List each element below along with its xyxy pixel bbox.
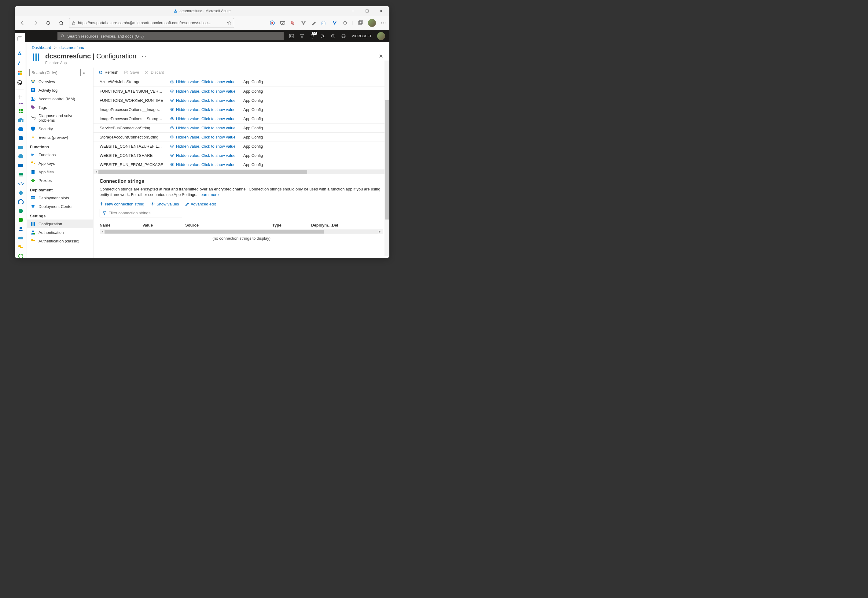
- favorite-star-icon[interactable]: [227, 21, 231, 25]
- show-values-button[interactable]: Show values: [151, 202, 179, 206]
- help-icon[interactable]: ?: [331, 34, 336, 39]
- appsetting-row[interactable]: FUNCTIONS_EXTENSION_VERSIONHidden value.…: [94, 87, 389, 96]
- menu-item-configuration[interactable]: Configuration: [27, 220, 93, 228]
- appsetting-row[interactable]: WEBSITE_CONTENTAZUREFILECONNECTIONSHidde…: [94, 142, 389, 151]
- fav-shield-icon[interactable]: [18, 217, 24, 222]
- show-value-link[interactable]: Hidden value. Click to show value: [170, 126, 237, 130]
- reload-button[interactable]: [43, 18, 53, 28]
- appsetting-row[interactable]: ImageProcessorOptions__ImageWidthHidden …: [94, 105, 389, 114]
- appsetting-row[interactable]: FUNCTIONS_WORKER_RUNTIMEHidden value. Cl…: [94, 96, 389, 105]
- cs-hscrollbar[interactable]: ◄►: [100, 229, 383, 234]
- discard-button[interactable]: Discard: [145, 70, 164, 75]
- show-value-link[interactable]: Hidden value. Click to show value: [170, 117, 237, 121]
- account-avatar[interactable]: [377, 32, 385, 40]
- os-tab-ms-icon[interactable]: [17, 70, 22, 76]
- fav-gauge-icon[interactable]: [18, 199, 24, 204]
- new-connection-string-button[interactable]: New connection string: [100, 202, 144, 206]
- appsetting-row[interactable]: AzureWebJobsStorageHidden value. Click t…: [94, 77, 389, 87]
- minimize-button[interactable]: [346, 6, 360, 16]
- fav-grid-icon[interactable]: [18, 108, 24, 113]
- fav-sql-icon[interactable]: [18, 135, 24, 141]
- show-value-link[interactable]: Hidden value. Click to show value: [170, 98, 237, 103]
- url-box[interactable]: https://ms.portal.azure.com/#@microsoft.…: [69, 18, 234, 28]
- save-button[interactable]: Save: [124, 70, 139, 75]
- fav-cube-icon[interactable]: [18, 117, 24, 122]
- show-value-link[interactable]: Hidden value. Click to show value: [170, 79, 237, 84]
- appsetting-row[interactable]: ServiceBusConnectionStringHidden value. …: [94, 123, 389, 132]
- appsetting-row[interactable]: WEBSITE_RUN_FROM_PACKAGEHidden value. Cl…: [94, 160, 389, 169]
- menu-item-access-control-iam-[interactable]: Access control (IAM): [27, 94, 93, 103]
- feedback-icon[interactable]: [341, 34, 346, 39]
- refresh-button[interactable]: Refresh: [98, 70, 119, 75]
- maximize-button[interactable]: [360, 6, 374, 16]
- header-more-icon[interactable]: ⋯: [142, 54, 146, 59]
- collections-icon[interactable]: [358, 20, 364, 26]
- config-scroll-area[interactable]: AzureWebJobsStorageHidden value. Click t…: [94, 77, 389, 258]
- appsetting-row[interactable]: ImageProcessorOptions__StorageAccountCon…: [94, 114, 389, 123]
- fav-code-icon[interactable]: </>: [18, 181, 24, 185]
- cloud-shell-icon[interactable]: [289, 34, 294, 39]
- collapse-menu-icon[interactable]: «: [82, 70, 85, 75]
- menu-item-proxies[interactable]: Proxies: [27, 176, 93, 185]
- cs-learn-more-link[interactable]: Learn more: [198, 192, 219, 197]
- os-tab-add-icon[interactable]: [17, 94, 22, 100]
- back-button[interactable]: [18, 18, 27, 28]
- show-value-link[interactable]: Hidden value. Click to show value: [170, 107, 237, 112]
- fav-cloud-icon[interactable]: [18, 235, 24, 240]
- close-window-button[interactable]: [374, 6, 388, 16]
- fav-monitor-icon[interactable]: [18, 163, 24, 167]
- show-value-link[interactable]: Hidden value. Click to show value: [170, 89, 237, 94]
- breadcrumb-current[interactable]: dcscmresfunc: [59, 45, 84, 50]
- menu-item-app-keys[interactable]: App keys: [27, 159, 93, 167]
- ext-icon-cursor[interactable]: [290, 20, 296, 26]
- advanced-edit-button[interactable]: Advanced edit: [185, 202, 216, 206]
- menu-item-app-files[interactable]: App files: [27, 167, 93, 176]
- menu-item-deployment-slots[interactable]: Deployment slots: [27, 193, 93, 202]
- fav-stack-icon[interactable]: [18, 172, 24, 177]
- ext-icon-1[interactable]: [269, 20, 275, 26]
- fav-vm-icon[interactable]: [18, 145, 24, 150]
- filter-connection-strings-input[interactable]: Filter connection strings: [100, 209, 182, 217]
- close-blade-button[interactable]: ✕: [379, 53, 383, 60]
- breadcrumb-root[interactable]: Dashboard: [32, 45, 51, 50]
- notifications-button[interactable]: 10: [310, 34, 315, 39]
- menu-item-activity-log[interactable]: Activity log: [27, 86, 93, 94]
- azure-search[interactable]: Search resources, services, and docs (G+…: [57, 32, 283, 40]
- menu-item-events-preview-[interactable]: Events (preview): [27, 133, 93, 142]
- ext-icon-pocket[interactable]: [280, 20, 286, 26]
- settings-gear-icon[interactable]: [320, 34, 325, 39]
- ext-icon-pen[interactable]: [311, 20, 317, 26]
- fav-app-icon[interactable]: [18, 154, 24, 158]
- fav-diamond-icon[interactable]: [18, 190, 24, 195]
- more-icon[interactable]: [380, 20, 386, 26]
- menu-search-input[interactable]: [29, 69, 81, 76]
- fav-key-icon[interactable]: [18, 244, 24, 249]
- menu-item-diagnose-and-solve-problems[interactable]: Diagnose and solve problems: [27, 112, 93, 124]
- home-button[interactable]: [56, 18, 66, 28]
- appsetting-row[interactable]: StorageAccountConnectionStringHidden val…: [94, 132, 389, 142]
- fav-globe-icon[interactable]: [18, 126, 24, 131]
- ext-icon-a11y[interactable]: [332, 20, 338, 26]
- menu-item-deployment-center[interactable]: Deployment Center: [27, 202, 93, 211]
- show-value-link[interactable]: Hidden value. Click to show value: [170, 135, 237, 139]
- os-tab-azure-icon[interactable]: [17, 51, 22, 56]
- fav-devops-icon[interactable]: [18, 208, 24, 213]
- ext-icon-vue[interactable]: [300, 20, 307, 26]
- os-tab-github-icon[interactable]: [17, 80, 22, 85]
- fav-person-icon[interactable]: [18, 226, 24, 231]
- appsettings-hscrollbar[interactable]: ◄►: [94, 169, 389, 174]
- menu-item-security[interactable]: Security: [27, 124, 93, 133]
- show-value-link[interactable]: Hidden value. Click to show value: [170, 162, 237, 167]
- profile-avatar[interactable]: [368, 19, 376, 27]
- account-name[interactable]: MICROSOFT: [352, 34, 371, 38]
- ext-icon-braces[interactable]: {a}: [321, 20, 327, 26]
- menu-item-functions[interactable]: fxFunctions: [27, 150, 93, 159]
- show-value-link[interactable]: Hidden value. Click to show value: [170, 153, 237, 158]
- os-tab-notebook-icon[interactable]: [17, 36, 22, 42]
- forward-button[interactable]: [31, 18, 40, 28]
- appsetting-row[interactable]: WEBSITE_CONTENTSHAREHidden value. Click …: [94, 151, 389, 160]
- fav-refresh-icon[interactable]: [18, 253, 24, 258]
- ext-icon-bug[interactable]: [342, 20, 348, 26]
- menu-item-authentication[interactable]: Authentication: [27, 228, 93, 237]
- menu-item-tags[interactable]: Tags: [27, 103, 93, 112]
